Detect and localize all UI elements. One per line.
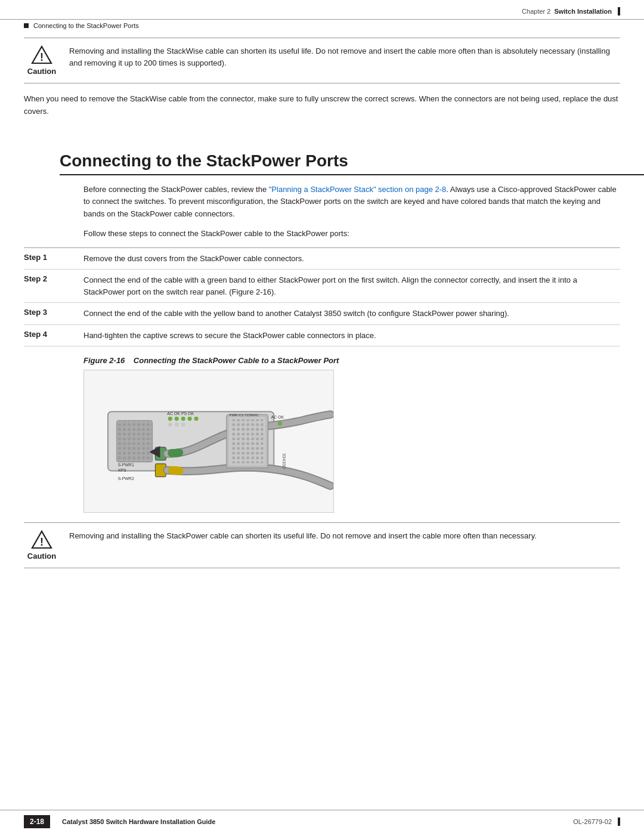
breadcrumb: Connecting to the StackPower Ports [0,20,644,32]
svg-text:FWR-C1-715WAC: FWR-C1-715WAC [230,413,259,417]
breadcrumb-text: Connecting to the StackPower Ports [33,22,139,29]
svg-text:S-PWR1: S-PWR1 [118,463,134,467]
step-label: Step 2 [24,274,83,283]
svg-point-19 [175,423,179,427]
step-row: Step 2Connect the end of the cable with … [24,270,620,303]
caution-triangle-icon-1: ! [31,45,52,64]
footer-page-number: 2-18 [24,815,50,828]
step-text: Remove the dust covers from the StackPow… [83,253,620,265]
svg-point-14 [175,417,179,421]
main-content: ! Caution Removing and installing the St… [0,32,644,137]
svg-point-13 [168,417,172,421]
svg-text:AC OK   PS OK: AC OK PS OK [167,411,194,416]
svg-text:!: ! [40,51,44,63]
step-label: Step 4 [24,330,83,339]
caution-icon-wrap-1: ! Caution [24,45,60,76]
svg-text:!: ! [40,536,44,548]
footer-title: Catalyst 3850 Switch Hardware Installati… [62,818,573,825]
svg-point-16 [188,417,192,421]
caution-box-2: ! Caution Removing and installing the St… [24,522,620,568]
figure-caption: Figure 2-16 Connecting the StackPower Ca… [83,356,620,365]
caution-triangle-icon-2: ! [31,530,52,549]
switch-diagram-svg: S-PWR1 XPS S-PWR2 AC OK PS [84,370,333,513]
caution-text-2: Removing and installing the StackPower c… [69,530,620,542]
footer-bar-decoration [618,817,620,826]
intro-paragraph: When you need to remove the StackWise ca… [24,93,620,118]
body-para-1-before-link: Before connecting the StackPower cables,… [83,185,269,194]
figure-number: Figure 2-16 [83,356,125,365]
svg-text:S-PWR2: S-PWR2 [118,476,134,481]
svg-point-15 [181,417,185,421]
header-title: Switch Installation [554,8,612,15]
body-para-2: Follow these steps to connect the StackP… [83,228,620,240]
caution-text-1: Removing and installing the StackWise ca… [69,45,620,69]
caution-label-2: Caution [27,552,56,561]
figure-image: S-PWR1 XPS S-PWR2 AC OK PS [83,370,334,513]
figure-title: Connecting the StackPower Cable to a Sta… [134,356,339,365]
svg-rect-6 [117,420,153,462]
steps-container: Step 1Remove the dust covers from the St… [24,247,620,347]
section-content: Before connecting the StackPower cables,… [0,184,644,590]
svg-text:XPS: XPS [118,468,126,472]
figure-container: Figure 2-16 Connecting the StackPower Ca… [83,356,620,513]
svg-text:334330: 334330 [281,453,287,469]
step-row: Step 1Remove the dust covers from the St… [24,248,620,270]
breadcrumb-bullet [24,23,29,28]
body-para-1: Before connecting the StackPower cables,… [83,184,620,221]
header-chapter: Chapter 2 [522,8,550,15]
caution-label-1: Caution [27,67,56,76]
svg-point-20 [181,423,185,427]
footer-doc-number: OL-26779-02 [573,818,612,825]
caution-box-1: ! Caution Removing and installing the St… [24,38,620,83]
svg-rect-25 [231,419,264,463]
step-label: Step 3 [24,308,83,317]
step-label: Step 1 [24,253,83,262]
page-header: Chapter 2 Switch Installation [0,0,644,20]
page-footer: 2-18 Catalyst 3850 Switch Hardware Insta… [0,810,644,833]
step-text: Connect the end of the cable with a gree… [83,274,620,298]
step-text: Hand-tighten the captive screws to secur… [83,330,620,342]
svg-point-27 [278,422,282,426]
svg-point-18 [168,423,172,427]
caution-icon-wrap-2: ! Caution [24,530,60,561]
header-bar-decoration [618,7,620,16]
svg-text:AC OK: AC OK [271,415,284,419]
svg-point-17 [194,417,199,421]
planning-link[interactable]: "Planning a StackPower Stack" section on… [269,185,447,194]
step-text: Connect the end of the cable with the ye… [83,308,620,320]
step-row: Step 3Connect the end of the cable with … [24,303,620,325]
step-row: Step 4Hand-tighten the captive screws to… [24,325,620,347]
section-heading: Connecting to the StackPower Ports [60,151,644,175]
